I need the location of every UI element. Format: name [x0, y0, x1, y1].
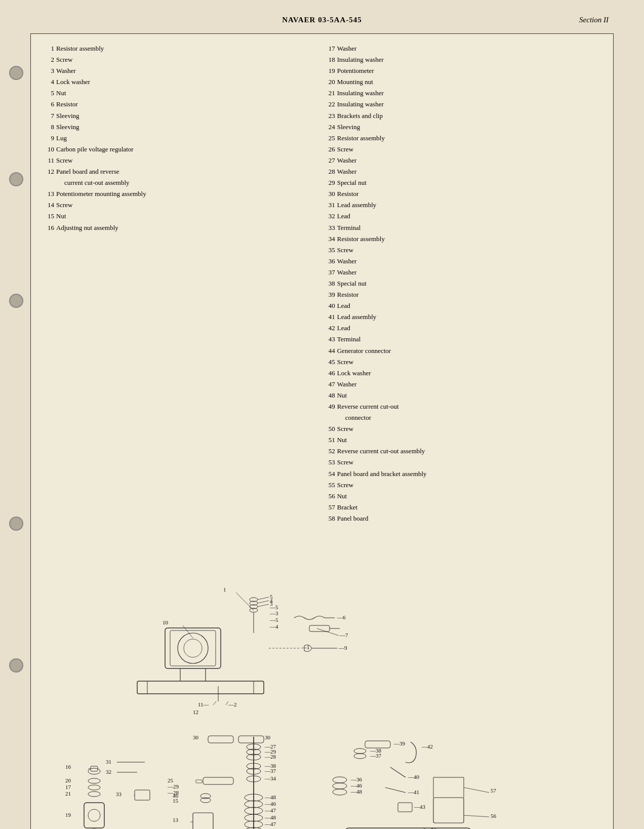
svg-rect-103	[203, 777, 233, 784]
svg-text:—37: —37	[264, 768, 276, 774]
svg-text:—6: —6	[337, 614, 346, 620]
svg-text:—5: —5	[269, 604, 278, 610]
hole-punch-1	[9, 66, 23, 80]
list-item: 36Washer	[321, 256, 604, 267]
svg-text:—4: —4	[269, 623, 278, 629]
svg-text:16: 16	[65, 764, 71, 770]
svg-text:—42: —42	[421, 743, 433, 749]
list-item: 13Potentiometer mounting assembly	[40, 188, 311, 200]
svg-text:21: 21	[65, 791, 71, 797]
hole-punch-5	[9, 658, 23, 673]
svg-rect-0	[165, 628, 221, 668]
svg-line-170	[385, 787, 406, 793]
list-item: 33Terminal	[321, 222, 604, 233]
svg-line-168	[390, 767, 406, 777]
svg-text:11—: 11—	[198, 701, 210, 707]
svg-text:—48: —48	[350, 788, 363, 795]
svg-text:—41: —41	[408, 789, 419, 795]
list-item: 47Washer	[321, 379, 604, 390]
list-item: 16Adjusting nut assembly	[40, 222, 311, 233]
list-item: 26Screw	[321, 144, 604, 155]
list-item: 27Washer	[321, 155, 604, 166]
svg-line-16	[258, 601, 269, 603]
list-item: 24Sleeving	[321, 122, 604, 133]
list-item: 6Resistor	[40, 99, 311, 110]
svg-text:—39: —39	[393, 740, 406, 746]
svg-text:5: 5	[270, 594, 273, 600]
list-item: 48Nut	[321, 390, 604, 401]
svg-text:—34: —34	[264, 775, 276, 781]
svg-text:13: 13	[173, 817, 179, 823]
svg-line-34	[183, 625, 193, 638]
list-item: 5Nut	[40, 88, 311, 99]
list-item: 37Washer	[321, 267, 604, 278]
svg-text:33: 33	[116, 791, 122, 797]
list-item: 42Lead	[321, 323, 604, 334]
list-item: 57Bracket	[321, 502, 604, 513]
svg-line-65	[464, 787, 489, 793]
svg-text:10: 10	[163, 619, 169, 625]
svg-rect-126	[84, 803, 104, 828]
list-item: 25Resistor assembly	[321, 133, 604, 144]
list-item: 49Reverse current cut-out	[321, 401, 604, 412]
svg-point-164	[354, 754, 366, 759]
svg-point-127	[88, 809, 100, 821]
list-item: 55Screw	[321, 480, 604, 491]
svg-text:—1: —1	[301, 644, 310, 650]
svg-point-174	[333, 777, 347, 783]
svg-text:32: 32	[106, 769, 111, 775]
svg-text:—43: —43	[414, 804, 426, 810]
list-item: 11Screw	[40, 155, 311, 166]
list-item: 10Carbon pile voltage regulator	[40, 144, 311, 155]
svg-text:12: 12	[193, 709, 198, 715]
svg-rect-152	[238, 736, 264, 743]
list-item: 30Resistor	[321, 188, 604, 200]
svg-point-175	[333, 783, 347, 789]
list-item: 34Resistor assembly	[321, 233, 604, 245]
svg-text:—48: —48	[264, 794, 276, 800]
svg-point-163	[354, 748, 366, 754]
svg-text:25: 25	[168, 777, 174, 783]
svg-point-3	[184, 639, 202, 657]
list-item: 46Lock washer	[321, 368, 604, 379]
svg-text:—28: —28	[264, 754, 276, 760]
list-item: 9Lug	[40, 133, 311, 144]
list-item: 20Mounting nut	[321, 76, 604, 88]
svg-line-38	[213, 701, 216, 705]
svg-text:—46: —46	[350, 782, 363, 788]
list-item: 56Nut	[321, 491, 604, 502]
list-item: 8Sleeving	[40, 122, 311, 133]
list-item: 43Terminal	[321, 334, 604, 345]
list-item: 23Brackets and clip	[321, 110, 604, 122]
svg-text:46: 46	[173, 793, 179, 799]
svg-line-14	[258, 604, 269, 607]
svg-text:—40: —40	[408, 774, 420, 780]
svg-text:56: 56	[431, 827, 437, 829]
list-item: 4Lock washer	[40, 76, 311, 88]
svg-line-67	[464, 815, 489, 817]
hole-punch-4	[9, 517, 23, 531]
main-content-box: 1Resistor assembly 2Screw 3Washer 4Lock …	[30, 33, 614, 829]
exploded-view-diagram: 3 4 5 —5 —3 —5 —4 —6 —9	[36, 529, 608, 829]
diagram-area: 3 4 5 —5 —3 —5 —4 —6 —9	[40, 529, 604, 829]
svg-text:—9: —9	[338, 645, 347, 651]
list-item: 7Sleeving	[40, 110, 311, 122]
svg-rect-60	[433, 798, 464, 823]
svg-text:20: 20	[65, 777, 71, 783]
svg-rect-150	[208, 736, 233, 743]
svg-text:30: 30	[265, 734, 271, 740]
svg-text:—2: —2	[228, 701, 237, 707]
svg-rect-1	[170, 630, 216, 666]
document-id: NAVAER 03-5AA-545	[282, 16, 362, 24]
list-item: 40Lead	[321, 300, 604, 311]
svg-text:—36: —36	[350, 776, 363, 782]
svg-point-122	[88, 785, 100, 790]
svg-text:—46: —46	[264, 801, 276, 807]
hole-punch-3	[9, 294, 23, 308]
svg-line-30	[317, 628, 339, 636]
svg-text:19: 19	[65, 812, 71, 818]
list-item: 44Generator connector	[321, 345, 604, 357]
list-item: 41Lead assembly	[321, 311, 604, 323]
svg-rect-6	[137, 681, 264, 694]
list-item: 29Special nut	[321, 177, 604, 188]
